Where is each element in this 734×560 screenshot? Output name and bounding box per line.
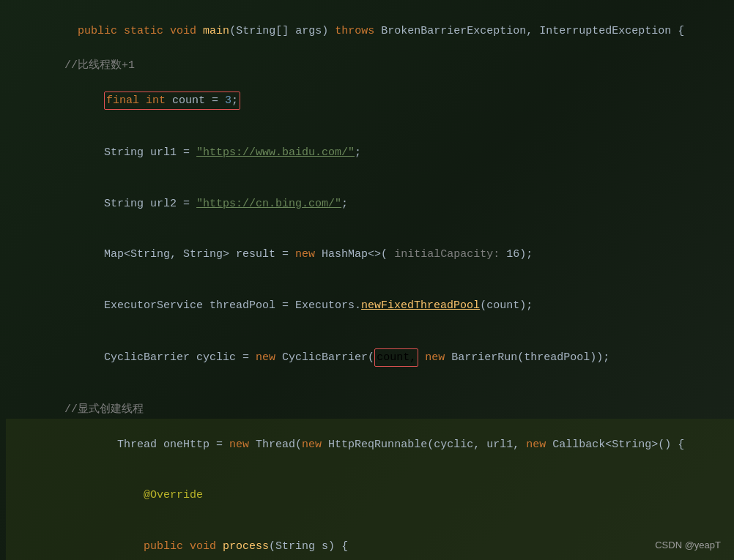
code-line-12: @Override xyxy=(6,470,734,521)
code-text: public static void main(String[] args) t… xyxy=(12,6,684,57)
code-line-11: Thread oneHttp = new Thread(new HttpReqR… xyxy=(6,419,734,470)
code-text: Thread oneHttp = new Thread(new HttpReqR… xyxy=(12,419,684,470)
code-line-10: //显式创建线程 xyxy=(6,401,734,419)
code-line-4: String url1 = "https://www.baidu.com/"; xyxy=(6,127,734,179)
code-text: CyclicBarrier cyclic = new CyclicBarrier… xyxy=(12,332,609,384)
code-text: final int count = 3; xyxy=(12,75,240,127)
watermark: CSDN @yeapT xyxy=(655,538,721,553)
code-line-1: public static void main(String[] args) t… xyxy=(6,6,734,57)
code-block-onehttp: Thread oneHttp = new Thread(new HttpReqR… xyxy=(6,419,734,560)
code-text: //比线程数+1 xyxy=(12,57,135,74)
code-text: String url2 = "https://cn.bing.com/"; xyxy=(12,178,348,229)
code-line-7: ExecutorService threadPool = Executors.n… xyxy=(6,280,734,332)
code-text: //显式创建线程 xyxy=(12,401,144,418)
code-editor: public static void main(String[] args) t… xyxy=(0,0,734,560)
code-text: ExecutorService threadPool = Executors.n… xyxy=(12,280,533,332)
code-line-3: final int count = 3; xyxy=(6,75,734,127)
code-line-5: String url2 = "https://cn.bing.com/"; xyxy=(6,178,734,229)
code-line-8: CyclicBarrier cyclic = new CyclicBarrier… xyxy=(6,332,734,384)
code-text: public void process(String s) { xyxy=(12,521,348,560)
code-line-6: Map<String, String> result = new HashMap… xyxy=(6,229,734,280)
code-text: Map<String, String> result = new HashMap… xyxy=(12,229,533,280)
code-line-13: public void process(String s) { xyxy=(6,521,734,560)
code-text: String url1 = "https://www.baidu.com/"; xyxy=(12,127,361,179)
code-text: @Override xyxy=(12,470,203,521)
code-line-9 xyxy=(6,384,734,401)
code-line-2: //比线程数+1 xyxy=(6,57,734,75)
